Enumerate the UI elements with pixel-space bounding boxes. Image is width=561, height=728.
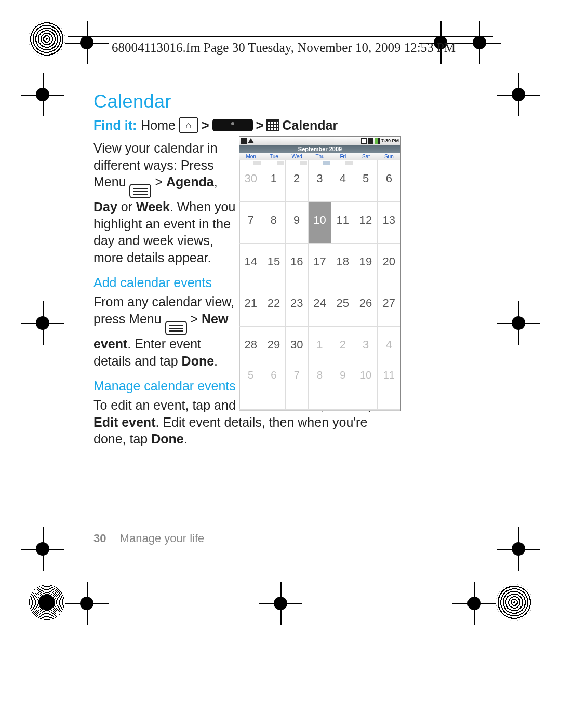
add-events-paragraph: From any calendar view, press Menu > New…	[94, 293, 239, 369]
calendar-cell[interactable]: 8	[309, 368, 331, 410]
find-it-label: Find it:	[94, 118, 137, 133]
calendar-cell[interactable]: 14	[239, 244, 262, 285]
calendar-cell[interactable]: 1	[309, 327, 331, 368]
calendar-date: 22	[262, 296, 285, 310]
crop-mark-icon	[31, 312, 54, 334]
crop-mark-icon	[468, 31, 491, 54]
calendar-cell[interactable]: 5	[239, 368, 262, 410]
calendar-cell[interactable]: 27	[378, 285, 400, 327]
calendar-date: 12	[354, 213, 377, 227]
calendar-cell[interactable]: 26	[354, 285, 377, 327]
calendar-date: 11	[378, 369, 400, 381]
calendar-cell[interactable]: 30	[286, 327, 309, 368]
page-number: 30	[94, 532, 106, 545]
calendar-cell[interactable]: 3	[354, 327, 377, 368]
signal-icon	[361, 138, 367, 144]
calendar-cell[interactable]: 11	[331, 202, 354, 244]
calendar-cell[interactable]: 3	[309, 160, 331, 202]
calendar-cell[interactable]: 10	[354, 368, 377, 410]
dow-label: Tue	[262, 153, 285, 160]
calendar-date: 14	[239, 255, 262, 268]
calendar-cell[interactable]: 19	[354, 244, 377, 285]
calendar-cell[interactable]: 8	[262, 202, 285, 244]
notif-icon	[241, 138, 247, 144]
calendar-cell[interactable]: 4	[331, 160, 354, 202]
calendar-cell[interactable]: 22	[262, 285, 285, 327]
calendar-cell[interactable]: 9	[331, 368, 354, 410]
calendar-date: 8	[309, 369, 331, 381]
calendar-cell[interactable]: 15	[262, 244, 285, 285]
calendar-date: 28	[239, 338, 262, 352]
calendar-cell[interactable]: 5	[354, 160, 377, 202]
crop-mark-icon	[75, 31, 98, 54]
calendar-cell[interactable]: 1	[262, 160, 285, 202]
calendar-date: 3	[354, 338, 377, 352]
calendar-date: 19	[354, 255, 377, 268]
calendar-cell[interactable]: 29	[262, 327, 285, 368]
calendar-month: September 2009	[239, 145, 400, 153]
crop-mark-icon	[463, 592, 486, 615]
calendar-date: 11	[331, 213, 354, 227]
print-spiral-icon	[29, 21, 65, 57]
crop-mark-icon	[507, 83, 530, 106]
calendar-cell[interactable]: 23	[286, 285, 309, 327]
calendar-cell[interactable]: 6	[262, 368, 285, 410]
calendar-cell[interactable]: 28	[239, 327, 262, 368]
status-bar: 7:39 PM	[239, 137, 400, 145]
calendar-cell[interactable]: 12	[354, 202, 377, 244]
calendar-cell[interactable]: 25	[331, 285, 354, 327]
calendar-cell[interactable]: 10	[309, 202, 331, 244]
calendar-date: 3	[309, 172, 331, 185]
calendar-cell[interactable]: 7	[286, 368, 309, 410]
crop-mark-icon	[507, 537, 530, 560]
calendar-date: 8	[262, 213, 285, 227]
intro-paragraph: View your calendar in different ways: Pr…	[94, 140, 239, 266]
calendar-cell[interactable]: 24	[309, 285, 331, 327]
calendar-date: 29	[262, 338, 285, 352]
calendar-cell[interactable]: 18	[331, 244, 354, 285]
calendar-date: 9	[286, 213, 308, 227]
calendar-date: 2	[286, 172, 308, 185]
crop-mark-icon	[31, 83, 54, 106]
battery-icon	[375, 138, 380, 144]
calendar-date: 16	[286, 255, 308, 268]
crop-mark-icon	[75, 592, 98, 615]
app-tray-icon	[212, 119, 253, 131]
calendar-date: 9	[331, 369, 354, 381]
calendar-date: 4	[378, 338, 400, 352]
calendar-date: 18	[331, 255, 354, 268]
event-marker	[253, 161, 261, 165]
calendar-cell[interactable]: 30	[239, 160, 262, 202]
calendar-date: 24	[309, 296, 331, 310]
calendar-date: 5	[239, 369, 262, 381]
calendar-date: 17	[309, 255, 331, 268]
calendar-cell[interactable]: 9	[286, 202, 309, 244]
crop-mark-icon	[269, 592, 292, 615]
calendar-cell[interactable]: 13	[378, 202, 400, 244]
calendar-date: 21	[239, 296, 262, 310]
calendar-cell[interactable]: 7	[239, 202, 262, 244]
calendar-cell[interactable]: 17	[309, 244, 331, 285]
calendar-date: 10	[354, 369, 377, 381]
calendar-cell[interactable]: 16	[286, 244, 309, 285]
event-marker	[323, 161, 330, 165]
calendar-date: 30	[286, 338, 308, 352]
calendar-date: 20	[378, 255, 400, 268]
calendar-date: 26	[354, 296, 377, 310]
calendar-cell[interactable]: 20	[378, 244, 400, 285]
calendar-date: 13	[378, 213, 400, 227]
dow-label: Thu	[309, 153, 331, 160]
dow-label: Sat	[354, 153, 377, 160]
header-rule	[68, 36, 493, 37]
calendar-date: 30	[239, 172, 262, 185]
calendar-cell[interactable]: 6	[378, 160, 400, 202]
path-separator: >	[256, 118, 264, 133]
calendar-cell[interactable]: 2	[331, 327, 354, 368]
find-it-path: Find it: Home ⌂ > > Calendar	[94, 117, 405, 133]
calendar-cell[interactable]: 11	[378, 368, 400, 410]
event-marker	[345, 161, 353, 165]
calendar-cell[interactable]: 21	[239, 285, 262, 327]
calendar-cell[interactable]: 2	[286, 160, 309, 202]
print-header: 68004113016.fm Page 30 Tuesday, November…	[112, 41, 456, 55]
calendar-cell[interactable]: 4	[378, 327, 400, 368]
